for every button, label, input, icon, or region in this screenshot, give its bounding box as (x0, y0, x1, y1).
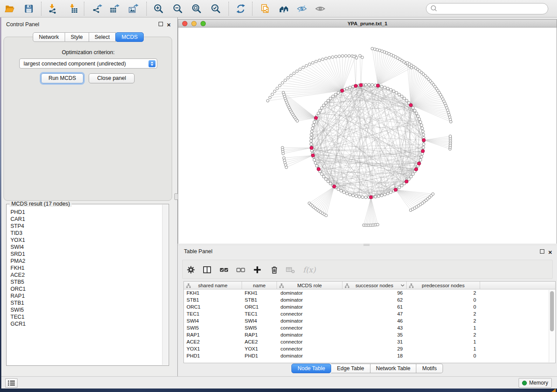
network-canvas[interactable] (178, 28, 557, 244)
cell-predecessor-nodes[interactable]: 2 (407, 317, 480, 324)
cell-successor-nodes[interactable]: 18 (343, 352, 407, 359)
cell-name[interactable]: SWI4 (242, 317, 277, 324)
node-table[interactable]: shared namename MCDS role successor node… (183, 281, 556, 363)
cell-name[interactable]: ORC1 (242, 303, 277, 310)
cell-mcds-role[interactable]: dominator (277, 303, 343, 310)
cell-name[interactable]: PHD1 (242, 352, 277, 359)
column-header-name[interactable]: name (242, 282, 277, 289)
network-graph[interactable] (178, 28, 557, 244)
cell-successor-nodes[interactable]: 61 (343, 303, 407, 310)
cell-name[interactable]: SWI5 (242, 324, 277, 331)
export-image-icon[interactable] (127, 3, 140, 15)
network-window-titlebar[interactable]: YPA_prune.txt_1 (178, 20, 557, 28)
cell-predecessor-nodes[interactable]: 1 (407, 324, 480, 331)
table-row[interactable]: PHD1PHD1dominator180 (184, 352, 555, 359)
import-network-icon[interactable] (46, 3, 59, 15)
run-mcds-button[interactable]: Run MCDS (41, 73, 83, 83)
mcds-result-item[interactable]: STB5 (10, 279, 162, 285)
tab-network[interactable]: Network (33, 32, 65, 42)
cell-mcds-role[interactable]: connector (277, 345, 343, 352)
save-session-icon[interactable] (22, 3, 35, 15)
maximize-traffic-light[interactable] (201, 21, 206, 26)
task-history-button[interactable] (5, 378, 17, 388)
cell-predecessor-nodes[interactable]: 1 (407, 345, 480, 352)
float-window-button[interactable] (159, 22, 163, 26)
tab-motifs[interactable]: Motifs (416, 364, 443, 373)
column-header-mcds-role[interactable]: MCDS role (277, 282, 343, 289)
close-panel-button[interactable]: × (167, 23, 171, 27)
table-row[interactable]: RAP1RAP1dominator352 (184, 331, 555, 338)
mcds-result-item[interactable]: ACE2 (10, 272, 162, 279)
table-row[interactable]: SWI4SWI4dominator462 (184, 317, 555, 324)
cell-shared-name[interactable]: FKH1 (184, 289, 242, 296)
cell-shared-name[interactable]: RAP1 (184, 331, 242, 338)
cell-name[interactable]: TEC1 (242, 310, 277, 317)
cell-mcds-role[interactable]: dominator (277, 331, 343, 338)
mcds-result-scrollbar[interactable] (162, 205, 168, 365)
column-header-predecessor-nodes[interactable]: predecessor nodes (407, 282, 480, 289)
cell-successor-nodes[interactable]: 35 (343, 331, 407, 338)
cell-mcds-role[interactable]: connector (277, 338, 343, 345)
open-session-icon[interactable] (3, 3, 16, 15)
mcds-result-item[interactable]: CAR1 (10, 216, 162, 223)
zoom-in-icon[interactable] (152, 3, 165, 15)
cell-predecessor-nodes[interactable]: 1 (407, 338, 480, 345)
cell-successor-nodes[interactable]: 96 (343, 289, 407, 296)
cell-mcds-role[interactable]: dominator (277, 296, 343, 303)
select-all-checkbox-icon[interactable] (219, 265, 229, 275)
clone-network-icon[interactable] (259, 3, 272, 15)
mcds-result-item[interactable]: PHD1 (10, 209, 162, 216)
vertical-splitter-grip[interactable] (174, 193, 178, 200)
table-options-gear-icon[interactable] (186, 265, 196, 275)
cell-predecessor-nodes[interactable]: 0 (407, 352, 480, 359)
cell-name[interactable]: YOX1 (242, 345, 277, 352)
cell-successor-nodes[interactable]: 46 (343, 317, 407, 324)
cell-shared-name[interactable]: STB1 (184, 296, 242, 303)
hide-graphics-details-icon[interactable] (295, 3, 308, 15)
table-scrollbar-thumb[interactable] (550, 291, 554, 331)
cell-shared-name[interactable]: ORC1 (184, 303, 242, 310)
table-scrollbar[interactable] (549, 290, 555, 362)
sort-chevron-icon[interactable] (401, 284, 405, 287)
table-row[interactable]: ACE2ACE2connector311 (184, 338, 555, 345)
cell-name[interactable]: ACE2 (242, 338, 277, 345)
cell-mcds-role[interactable]: dominator (277, 352, 343, 359)
cell-shared-name[interactable]: TEC1 (184, 310, 242, 317)
memory-button[interactable]: Memory (519, 378, 552, 388)
cell-name[interactable]: RAP1 (242, 331, 277, 338)
cell-shared-name[interactable]: PHD1 (184, 352, 242, 359)
cell-predecessor-nodes[interactable]: 2 (407, 289, 480, 296)
close-traffic-light[interactable] (182, 21, 187, 26)
mcds-result-item[interactable]: SWI5 (10, 306, 162, 313)
cell-predecessor-nodes[interactable]: 2 (407, 310, 480, 317)
mcds-result-item[interactable]: SWI4 (10, 244, 162, 251)
table-row[interactable]: FKH1FKH1dominator962 (184, 289, 555, 296)
mcds-result-item[interactable]: ORC1 (10, 285, 162, 292)
cell-successor-nodes[interactable]: 43 (343, 324, 407, 331)
table-row[interactable]: ORC1ORC1dominator610 (184, 303, 555, 310)
cell-predecessor-nodes[interactable]: 0 (407, 296, 480, 303)
cell-mcds-role[interactable]: dominator (277, 289, 343, 296)
cell-mcds-role[interactable]: connector (277, 310, 343, 317)
table-row[interactable]: STB1STB1dominator620 (184, 296, 555, 303)
cell-shared-name[interactable]: ACE2 (184, 338, 242, 345)
cell-name[interactable]: FKH1 (242, 289, 277, 296)
network-manager-icon[interactable] (277, 3, 291, 15)
tab-mcds[interactable]: MCDS (115, 32, 144, 42)
table-row[interactable]: TEC1TEC1connector472 (184, 310, 555, 317)
optimization-criterion-select[interactable]: largest connected component (undirected) (19, 58, 157, 69)
minimize-traffic-light[interactable] (191, 21, 197, 26)
close-table-panel-button[interactable]: × (548, 250, 552, 254)
mcds-result-item[interactable]: YOX1 (10, 237, 162, 244)
delete-column-trash-icon[interactable] (269, 265, 280, 275)
float-table-panel-button[interactable] (540, 249, 544, 254)
mcds-result-item[interactable]: GCR1 (10, 320, 162, 327)
show-panels-eye-icon[interactable] (314, 3, 327, 15)
mcds-result-item[interactable]: STB1 (10, 299, 162, 306)
cell-shared-name[interactable]: SWI5 (184, 324, 242, 331)
table-row[interactable]: YOX1YOX1connector291 (184, 345, 555, 352)
cell-predecessor-nodes[interactable]: 2 (407, 331, 480, 338)
tab-network-table[interactable]: Network Table (370, 364, 417, 373)
cell-successor-nodes[interactable]: 47 (343, 310, 407, 317)
tab-select[interactable]: Select (89, 32, 116, 42)
